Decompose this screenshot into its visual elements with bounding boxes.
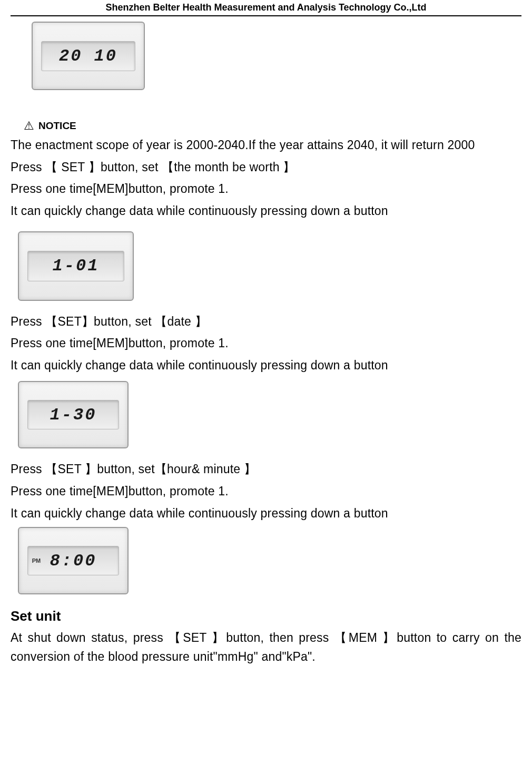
paragraph-mem-promote-3: Press one time[MEM]button, promote 1. bbox=[11, 482, 521, 501]
paragraph-mem-promote-1: Press one time[MEM]button, promote 1. bbox=[11, 180, 521, 199]
paragraph-set-month: Press 【 SET 】button, set 【the month be w… bbox=[11, 158, 521, 177]
lcd-text-date: 1-30 bbox=[50, 405, 97, 425]
page-header-title: Shenzhen Belter Health Measurement and A… bbox=[11, 0, 521, 16]
lcd-ampm-label: PM bbox=[32, 557, 41, 564]
lcd-inner: 1-30 bbox=[27, 400, 120, 429]
lcd-inner: 20 10 bbox=[41, 41, 135, 71]
paragraph-quick-change-3: It can quickly change data while continu… bbox=[11, 504, 521, 523]
paragraph-quick-change-2: It can quickly change data while continu… bbox=[11, 356, 521, 375]
lcd-text-time: 8:00 bbox=[50, 551, 97, 571]
paragraph-set-hour-minute: Press 【SET 】button, set【hour& minute 】 bbox=[11, 460, 521, 479]
section-heading-set-unit: Set unit bbox=[11, 608, 521, 624]
lcd-display-date: 1-30 bbox=[18, 381, 129, 448]
lcd-display-time: PM 8:00 bbox=[18, 527, 129, 594]
notice-row: ⚠ NOTICE bbox=[24, 119, 521, 133]
lcd-text-month: 1-01 bbox=[53, 256, 100, 276]
notice-label: NOTICE bbox=[38, 120, 76, 132]
paragraph-mem-promote-2: Press one time[MEM]button, promote 1. bbox=[11, 334, 521, 353]
lcd-display-year: 20 10 bbox=[32, 22, 145, 90]
paragraph-set-unit: At shut down status, press 【SET 】button,… bbox=[11, 629, 521, 666]
lcd-display-month: 1-01 bbox=[18, 231, 134, 301]
lcd-text-year: 20 10 bbox=[59, 46, 117, 66]
lcd-inner: PM 8:00 bbox=[27, 546, 120, 575]
lcd-inner: 1-01 bbox=[27, 251, 124, 281]
paragraph-year-scope: The enactment scope of year is 2000-2040… bbox=[11, 136, 521, 155]
paragraph-set-date: Press 【SET】button, set 【date 】 bbox=[11, 312, 521, 331]
warning-icon: ⚠ bbox=[24, 119, 34, 133]
paragraph-quick-change-1: It can quickly change data while continu… bbox=[11, 202, 521, 221]
